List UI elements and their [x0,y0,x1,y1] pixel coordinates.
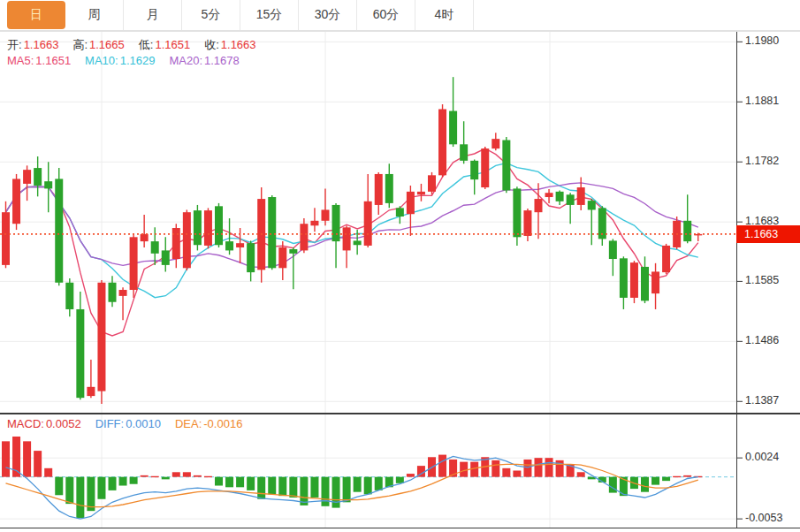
readout-label: DEA: [175,417,202,430]
macd-bar [513,471,521,477]
candle-body [236,243,244,247]
candle-body [76,309,84,398]
price-tick-label: 1.1881 [745,95,779,107]
candle-body [545,193,553,197]
macd-bar [172,472,180,476]
macd-bar [577,472,585,476]
macd-bar [204,476,212,477]
macd-panel [0,414,800,532]
tab-4时[interactable]: 4时 [415,0,474,30]
macd-bar [332,477,340,508]
readout-item: MA20:1.1678 [169,54,239,67]
macd-bar [23,441,31,476]
macd-chart[interactable] [0,414,800,532]
readout-item: 收:1.1663 [204,38,255,51]
macd-bar [651,477,659,485]
candle-body [662,246,670,272]
candle-body [310,221,318,225]
macd-bar [65,477,73,504]
macd-tick-label: 0.0024 [745,451,779,463]
price-tick-label: 1.1980 [745,34,779,47]
ohlc-readout: 开:1.1663高:1.1665低:1.1651收:1.1663 [7,37,270,53]
tab-5分[interactable]: 5分 [182,0,240,30]
tab-30分[interactable]: 30分 [299,0,357,30]
readout-value: 0.0010 [126,417,161,430]
macd-bar [322,477,330,506]
macd-bar [76,477,84,519]
macd-bar [535,458,543,477]
candle-body [247,243,255,272]
candle-body [375,174,383,205]
tab-日[interactable]: 日 [7,1,65,29]
tab-月[interactable]: 月 [124,0,182,30]
macd-bar [438,455,446,477]
readout-value: 1.1678 [204,54,240,67]
candle-body [523,210,531,236]
readout-item: DEA:-0.0016 [175,417,242,430]
candle-body [162,250,170,264]
ma-readout: MA5:1.1651MA10:1.1629MA20:1.1678 [7,54,254,67]
candles-group [2,77,702,404]
macd-bar [278,477,286,497]
macd-bar [289,477,297,498]
macd-bar [354,477,362,492]
readout-item: DIFF:0.0010 [95,417,161,430]
candle-body [97,283,105,391]
candle-body [300,224,308,250]
readout-label: MA5: [7,54,34,67]
candle-body [183,212,191,268]
candle-body [2,212,10,265]
candle-body [460,144,468,161]
macd-tick-label: -0.0053 [745,512,782,524]
macd-bar [491,460,499,477]
ma20-line [6,183,698,268]
price-tick-label: 1.1387 [745,394,779,407]
candle-body [491,139,499,148]
candle-body [577,187,585,205]
candle-body [417,192,425,194]
candle-body [225,241,233,250]
candle-body [567,194,575,205]
candle-body [268,197,276,268]
macd-grid [0,414,736,528]
readout-label: MA10: [85,54,118,67]
macd-bar [375,477,383,490]
price-tick-label: 1.1486 [745,334,779,346]
tab-15分[interactable]: 15分 [240,0,299,30]
candle-body [428,175,436,192]
macd-bar [236,477,244,488]
macd-bar [162,477,170,480]
readout-label: MACD: [7,417,44,430]
candle-body [215,206,223,245]
candle-body [481,148,489,187]
price-axis-line [736,32,737,528]
tab-周[interactable]: 周 [65,0,124,30]
candle-body [151,241,159,254]
candle-body [385,174,393,203]
macd-bar [407,474,415,477]
candle-body [343,227,351,250]
macd-bar [343,477,351,503]
macd-bar [673,476,681,477]
candle-body [23,170,31,184]
readout-item: 高:1.1665 [72,38,124,51]
tab-60分[interactable]: 60分 [357,0,415,30]
readout-value: 1.1651 [155,38,190,51]
candlestick-chart[interactable] [0,31,800,414]
candle-body [502,141,510,191]
price-tick-label: 1.1782 [745,155,779,167]
macd-bar [87,477,95,512]
candle-body [34,168,42,186]
readout-item: MA10:1.1629 [85,54,155,67]
readout-value: 1.1665 [89,38,125,51]
readout-item: 开:1.1663 [7,38,58,51]
macd-bar [641,477,649,492]
macd-bar [257,477,265,499]
candle-body [12,179,20,224]
candle-body [87,387,95,396]
candle-body [278,247,286,268]
candle-body [651,271,659,293]
candle-body [44,181,52,188]
candle-body [354,240,362,245]
candle-body [194,210,202,245]
